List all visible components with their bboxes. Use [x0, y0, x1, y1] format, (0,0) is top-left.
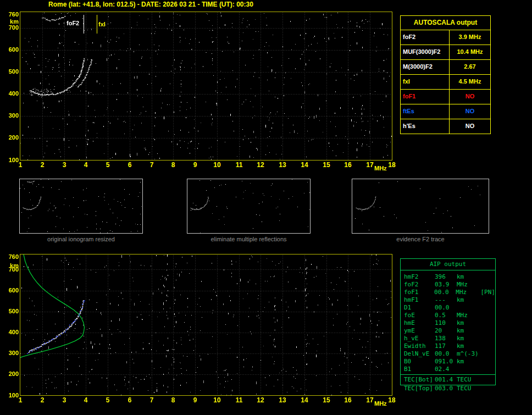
- autoscala-row-label: MUF(3000)F2: [401, 45, 450, 59]
- autoscala-row-label: ftEs: [401, 104, 450, 119]
- aip-row-8: h_vE138km: [404, 335, 495, 342]
- autoscala-table-title: AUTOSCALA output: [401, 16, 490, 30]
- aip-tec-value: 001.4: [435, 376, 457, 384]
- aip-row-value: ---: [435, 296, 457, 304]
- x-tick-label: 12: [254, 397, 267, 404]
- x-tick-label: 13: [276, 162, 289, 169]
- aip-row-9: Ewidth117km: [404, 342, 495, 350]
- y-tick-label: 200: [4, 134, 19, 141]
- x-tick-label: 2: [36, 397, 49, 404]
- aip-row-value: 110: [435, 319, 457, 327]
- x-tick-label: 10: [210, 162, 224, 169]
- aip-row-value: 03.9: [435, 281, 457, 289]
- x-tick-label: 6: [123, 397, 136, 404]
- aip-row-note: [482, 319, 495, 327]
- aip-tecbot-inner: TEC[Bot]001.4TECU: [404, 376, 495, 384]
- autoscala-row-label: h'Es: [401, 119, 450, 134]
- x-tick-label: 9: [189, 162, 202, 169]
- y-tick-label: 760: [4, 11, 19, 18]
- aip-row-value: 091.0: [435, 358, 457, 366]
- aip-row-0: hmF2396km: [404, 273, 495, 281]
- x-tick-label: 14: [298, 162, 311, 169]
- x-tick-label: 15: [320, 162, 333, 169]
- x-tick-label: 17: [363, 397, 376, 404]
- y-tick-label: 500: [4, 68, 19, 75]
- x-tick-label: 1: [14, 397, 27, 404]
- aip-row-unit: MHz: [457, 312, 482, 319]
- aip-row-note: [482, 304, 495, 312]
- aip-row-value: 02.4: [435, 366, 457, 373]
- aip-row-unit: km: [457, 335, 482, 342]
- aip-row-value: 117: [435, 342, 457, 350]
- autoscala-row-5: ftEsNO: [401, 104, 490, 119]
- aip-tec-bottom-row: TEC[Bot]001.4TECU: [401, 374, 495, 385]
- ionogram-plot-top: foF2 fxI: [20, 12, 392, 161]
- autoscala-row-3: fxI4.5 MHz: [401, 75, 490, 90]
- x-tick-label: 8: [167, 162, 180, 169]
- aip-tec-label: TEC[Bot]: [404, 376, 435, 384]
- aip-tec-top-row: TEC[Top]003.0TECU: [401, 385, 497, 392]
- aip-row-unit: km: [457, 358, 482, 366]
- x-tick-label: 16: [341, 397, 354, 404]
- autoscala-row-6: h'EsNO: [401, 119, 490, 134]
- aip-row-unit: km: [457, 296, 482, 304]
- x-tick-label: 13: [276, 397, 289, 404]
- x-tick-label: 9: [189, 397, 202, 404]
- x-tick-label: 11: [232, 162, 246, 169]
- aip-row-note: [482, 296, 495, 304]
- autoscala-row-4: foF1NO: [401, 90, 490, 104]
- aip-row-label: DelN_vE: [404, 350, 435, 358]
- aip-row-label: foF2: [404, 281, 435, 289]
- x-tick-label: 11: [232, 397, 246, 404]
- aip-row-12: B102.4: [404, 366, 495, 373]
- y-tick-label: 400: [4, 329, 19, 336]
- aip-row-1: foF203.9MHz: [404, 281, 495, 289]
- aip-row-note: [482, 335, 495, 342]
- thumb-original-canvas: [20, 179, 142, 233]
- autoscala-row-value: NO: [450, 119, 490, 134]
- autoscala-row-2: M(3000)F22.67: [401, 60, 490, 75]
- aip-row-label: h_vE: [404, 335, 435, 342]
- aip-table-title: AIP output: [401, 259, 495, 270]
- y-tick-label: 760: [4, 253, 19, 261]
- x-tick-label: 8: [167, 397, 180, 404]
- aip-row-3: hmF1---km: [404, 296, 495, 304]
- thumb-original-ionogram: [19, 179, 143, 234]
- y-tick-label: 300: [4, 350, 19, 357]
- thumb-evidence-canvas: [352, 179, 489, 233]
- aip-row-label: foE: [404, 312, 435, 319]
- aip-row-label: B0: [404, 358, 435, 366]
- autoscala-window: Rome (lat: +41.8, lon: 012.5) - DATE: 20…: [0, 0, 532, 415]
- autoscala-row-label: foF1: [401, 90, 450, 104]
- autoscala-row-value: 3.9 MHz: [450, 30, 490, 45]
- aip-row-11: B0091.0km: [404, 358, 495, 366]
- aip-tec-unit: TECU: [457, 376, 482, 384]
- aip-row-note: [482, 358, 495, 366]
- fof2-marker-label: foF2: [66, 20, 79, 26]
- y-tick-label: 700: [4, 266, 19, 273]
- x-tick-label: 5: [101, 162, 114, 169]
- aip-row-label: D1: [404, 304, 435, 312]
- x-tick-label: 7: [145, 162, 158, 169]
- aip-row-label: ymE: [404, 327, 435, 335]
- aip-row-unit: [457, 304, 482, 312]
- aip-row-note: [482, 342, 495, 350]
- aip-row-note: [482, 281, 495, 289]
- x-tick-label: 17: [363, 162, 376, 169]
- aip-tec-label: TEC[Top]: [404, 385, 435, 392]
- x-tick-label: 1: [14, 162, 27, 169]
- aip-row-value: 20: [435, 327, 457, 335]
- x-tick-label: 7: [145, 397, 158, 404]
- aip-row-2: foF100.0MHz[PN]: [404, 289, 495, 296]
- aip-row-note: [482, 350, 495, 358]
- y-tick-label: 400: [4, 90, 19, 97]
- autoscala-row-value: 2.67: [450, 60, 490, 74]
- y-tick-label: 300: [4, 112, 19, 119]
- x-tick-label: 2: [36, 162, 49, 169]
- aip-row-note: [482, 312, 495, 319]
- x-tick-label: 12: [254, 162, 267, 169]
- x-tick-label: 6: [123, 162, 136, 169]
- aip-table-rows: hmF2396kmfoF203.9MHzfoF100.0MHz[PN]hmF1-…: [401, 270, 495, 374]
- aip-row-value: 00.0: [434, 289, 456, 296]
- aip-row-5: foE0.5MHz: [404, 312, 495, 319]
